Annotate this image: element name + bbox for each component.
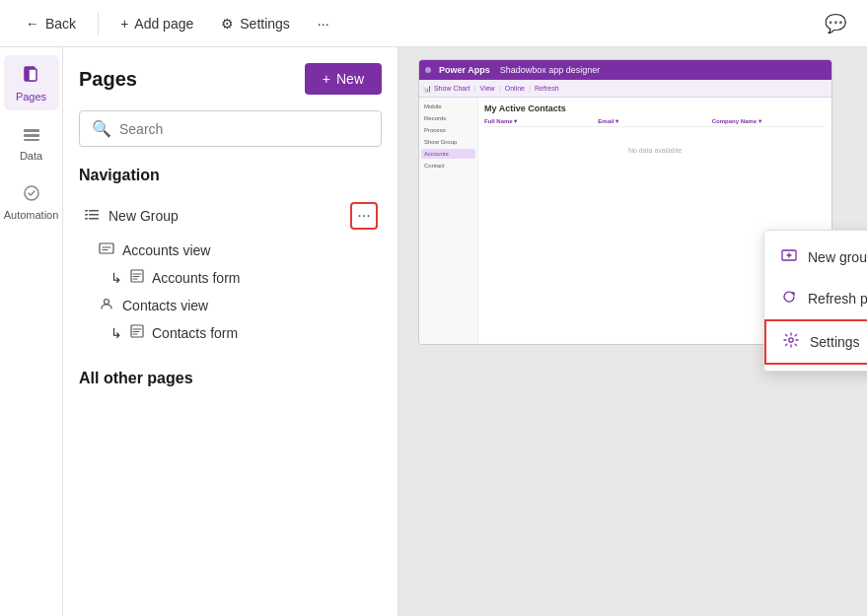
settings-menu-label: Settings	[810, 334, 860, 350]
svg-rect-10	[89, 210, 99, 212]
preview-toolbar: 📊 Show Chart | View | Online | Refresh	[419, 80, 831, 98]
new-plus-icon: +	[323, 71, 330, 87]
svg-rect-13	[100, 243, 113, 253]
preview-table-head: Full Name ▾ Email ▾ Company Name ▾	[484, 117, 826, 127]
svg-rect-3	[24, 129, 39, 132]
pages-icon	[20, 63, 43, 87]
settings-label: Settings	[240, 16, 290, 32]
context-menu-refresh-preview[interactable]: Refresh preview	[764, 278, 867, 319]
all-other-pages-title: All other pages	[79, 370, 382, 387]
preview-mini-item-showgroup: Show Group	[421, 137, 475, 147]
svg-point-18	[789, 338, 793, 342]
col-fullname: Full Name ▾	[484, 117, 598, 124]
preview-topbar: Power Apps Shadowbox app designer	[419, 60, 831, 80]
preview-toolbar-online: Online	[505, 85, 525, 92]
new-group-icon	[780, 246, 798, 268]
col-company: Company Name ▾	[712, 117, 826, 124]
top-bar: ← Back + Add page ⚙ Settings ··· 💬	[0, 0, 867, 47]
contacts-form-doc-icon	[130, 324, 144, 341]
nav-item-contacts-form[interactable]: ↳ Contacts form	[79, 319, 382, 346]
chat-icon: 💬	[825, 13, 846, 34]
svg-rect-5	[24, 139, 39, 141]
preview-no-data: No data available	[484, 147, 826, 154]
sidebar-item-data[interactable]: Data	[4, 114, 59, 170]
accounts-view-label: Accounts view	[122, 242, 210, 258]
new-button-label: New	[336, 71, 364, 87]
navigation-section: Navigation New Group	[79, 167, 382, 346]
preview-toolbar-view: View	[480, 85, 495, 92]
search-input[interactable]	[119, 121, 369, 137]
nav-group-new-group[interactable]: New Group ···	[79, 196, 382, 236]
svg-rect-7	[85, 210, 88, 212]
new-button[interactable]: + New	[305, 63, 382, 95]
accounts-form-label: Accounts form	[152, 270, 240, 286]
preview-logo: Power Apps	[439, 65, 490, 75]
view-icon	[99, 240, 114, 259]
context-menu-new-group[interactable]: New group	[764, 237, 867, 278]
preview-mini-item-process: Process	[421, 125, 475, 135]
pages-title: Pages	[79, 68, 137, 91]
preview-toolbar-refresh: Refresh	[535, 85, 559, 92]
automation-icon	[20, 181, 43, 205]
back-label: Back	[45, 16, 76, 32]
svg-rect-12	[89, 218, 99, 220]
preview-toolbar-show-chart: 📊 Show Chart	[423, 85, 470, 93]
svg-point-15	[105, 300, 109, 305]
settings-button[interactable]: ⚙ Settings	[211, 10, 300, 37]
new-group-label: New group	[808, 249, 867, 265]
back-arrow-icon: ←	[26, 16, 39, 32]
svg-rect-11	[89, 214, 99, 216]
context-menu-settings[interactable]: Settings	[764, 319, 867, 365]
svg-rect-8	[85, 214, 88, 216]
dots-icon: ···	[357, 207, 370, 225]
search-bar: 🔍	[79, 110, 382, 147]
refresh-icon	[780, 288, 798, 309]
contacts-icon	[99, 296, 114, 314]
pages-panel: Pages + New 🔍 Navigation	[63, 47, 398, 616]
navigation-title: Navigation	[79, 167, 382, 184]
preview-mini-item-records: Records	[421, 113, 475, 123]
add-page-button[interactable]: + Add page	[110, 10, 203, 37]
divider-1	[98, 12, 99, 35]
nav-group-name: New Group	[108, 208, 179, 224]
pages-sidebar-label: Pages	[16, 91, 46, 103]
pages-header: Pages + New	[79, 63, 382, 95]
preview-dot-1	[425, 67, 431, 73]
nav-group-dots-button[interactable]: ···	[350, 202, 378, 230]
add-page-label: Add page	[134, 16, 193, 32]
nav-group-left: New Group	[83, 206, 179, 227]
settings-icon: ⚙	[221, 16, 234, 32]
group-list-icon	[83, 206, 101, 227]
context-menu: New group Refresh preview	[763, 230, 867, 372]
more-options-button[interactable]: ···	[308, 10, 339, 37]
add-icon: +	[120, 16, 128, 32]
form-icon	[130, 269, 144, 286]
preview-table-title: My Active Contacts	[484, 103, 826, 113]
nav-item-contacts-view[interactable]: Contacts view	[79, 291, 382, 319]
nav-item-accounts-form[interactable]: ↳ Accounts form	[79, 264, 382, 291]
svg-rect-9	[85, 218, 88, 220]
refresh-preview-label: Refresh preview	[808, 291, 867, 307]
sidebar-item-automation[interactable]: Automation	[4, 173, 59, 229]
preview-app-name: Shadowbox app designer	[500, 65, 601, 75]
more-icon: ···	[318, 16, 329, 32]
data-sidebar-label: Data	[20, 150, 42, 162]
main-layout: Pages Data Automation P	[0, 47, 867, 616]
sub-arrow-icon-2: ↳	[110, 325, 122, 341]
col-email: Email ▾	[598, 117, 711, 124]
data-icon	[20, 122, 43, 146]
contacts-view-label: Contacts view	[122, 298, 208, 313]
preview-sidebar-mini: Mobile Records Process Show Group Accoun…	[419, 98, 478, 344]
contacts-form-label: Contacts form	[152, 325, 238, 341]
sidebar-item-pages[interactable]: Pages	[4, 55, 59, 110]
svg-rect-4	[24, 134, 39, 137]
gear-icon	[782, 331, 800, 353]
svg-rect-2	[29, 69, 36, 81]
preview-mini-item-contact: Contact	[421, 161, 475, 171]
automation-sidebar-label: Automation	[4, 209, 59, 221]
back-button[interactable]: ← Back	[16, 10, 86, 37]
chat-button[interactable]: 💬	[820, 8, 851, 39]
search-icon: 🔍	[92, 119, 111, 138]
preview-area: Power Apps Shadowbox app designer 📊 Show…	[398, 47, 867, 616]
nav-item-accounts-view[interactable]: Accounts view	[79, 236, 382, 264]
